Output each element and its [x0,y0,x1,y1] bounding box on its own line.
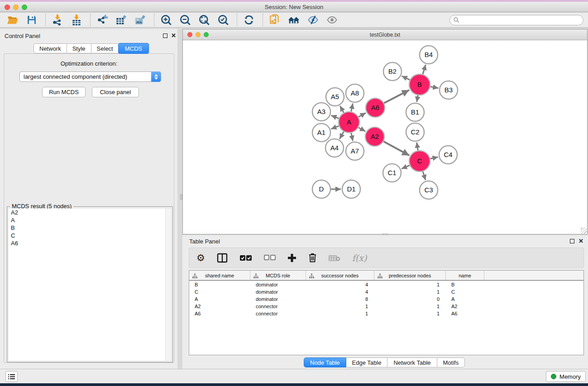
edge-A-A6[interactable] [359,113,366,117]
tab-edge-table[interactable]: Edge Table [346,357,388,367]
scrollbar-track[interactable] [165,209,171,361]
cell-predecessor_nodes[interactable]: 0 [374,295,446,303]
show-hidden-eye-icon[interactable] [325,14,338,26]
edge-A-A7[interactable] [351,133,353,141]
task-history-button[interactable] [5,371,18,382]
tab-select[interactable]: Select [91,43,119,53]
edge-A-A4[interactable] [339,132,344,139]
splitter-handle[interactable] [180,194,182,200]
cell-successor_nodes[interactable]: 8 [306,295,374,303]
edge-A-A2[interactable] [359,128,365,132]
mcds-result-item[interactable]: A6 [9,239,171,247]
cell-mcds_role[interactable]: connector [250,303,306,310]
export-network-icon[interactable] [96,14,109,26]
network-graph[interactable]: B4B2BB3A8A5A6A3B1AC2A1A2A4A7C4CC1DD1C3 [183,40,587,234]
hide-selected-eye-slash-icon[interactable] [306,14,319,26]
cell-name[interactable]: A6 [446,310,484,317]
cell-successor_nodes[interactable]: 4 [306,288,374,295]
mcds-result-item[interactable]: B [9,224,171,232]
delete-column-trash-icon[interactable] [308,253,317,262]
edge-C-C4[interactable] [430,157,438,159]
mcds-result-list[interactable]: A2ABCA6 [9,209,171,361]
tab-motifs[interactable]: Motifs [437,357,465,367]
edge-A-A8[interactable] [351,104,353,112]
edge-B-B3[interactable] [430,86,439,88]
table-row[interactable]: A6connector11A6 [189,310,583,317]
delete-table-icon[interactable] [329,254,340,262]
deselect-all-columns-icon[interactable] [264,255,276,261]
float-panel-icon[interactable] [570,239,574,243]
zoom-fit-icon[interactable] [198,14,210,26]
column-header-successor_nodes[interactable]: successor nodes [306,271,374,280]
cell-predecessor_nodes[interactable]: 1 [374,288,446,295]
cell-successor_nodes[interactable]: 4 [306,281,374,288]
close-panel-icon[interactable]: ✕ [171,32,176,39]
table-row[interactable]: Bdominator41B [189,281,583,288]
mcds-result-item[interactable]: C [9,232,171,239]
cell-successor_nodes[interactable]: 1 [306,303,374,310]
table-row[interactable]: Cdominator41C [189,288,583,295]
tab-mcds[interactable]: MCDS [118,43,149,54]
create-network-from-selection-icon[interactable] [268,14,281,26]
column-header-predecessor_nodes[interactable]: predecessor nodes [374,271,446,280]
edge-B-B1[interactable] [417,95,418,102]
edge-A6-B[interactable] [384,90,409,103]
tab-style[interactable]: Style [67,43,91,53]
zoom-in-icon[interactable] [160,14,172,26]
open-session-icon[interactable] [6,14,19,26]
edge-B-B2[interactable] [402,76,410,80]
table-options-gear-icon[interactable]: ⚙ [196,253,205,262]
edge-A-A5[interactable] [340,106,344,113]
cell-shared_name[interactable]: B [189,281,250,288]
edge-A2-C[interactable] [383,142,409,156]
network-canvas[interactable]: B4B2BB3A8A5A6A3B1AC2A1A2A4A7C4CC1DD1C3 [183,40,587,234]
zoom-selected-icon[interactable] [217,14,229,26]
close-panel-button[interactable]: Close panel [92,87,139,97]
column-header-shared_name[interactable]: shared name [189,271,250,280]
search-input[interactable] [449,15,583,25]
column-header-name[interactable]: name [446,271,484,280]
table-row[interactable]: A2connector11A2 [189,303,583,310]
import-table-icon[interactable] [70,14,83,26]
cell-shared_name[interactable]: C [189,288,250,295]
cell-shared_name[interactable]: A2 [189,303,250,310]
cell-predecessor_nodes[interactable]: 1 [374,281,446,288]
import-network-icon[interactable] [51,14,64,26]
mcds-result-item[interactable]: A [9,216,171,224]
export-image-icon[interactable] [134,14,147,26]
edge-A-A3[interactable] [331,115,339,118]
resize-grip-icon[interactable] [581,228,587,234]
network-window-titlebar[interactable]: testGlobe.txt [183,29,587,40]
cell-mcds_role[interactable]: dominator [250,295,306,303]
cell-predecessor_nodes[interactable]: 1 [374,310,446,317]
select-all-columns-icon[interactable] [239,255,252,261]
cell-mcds_role[interactable]: dominator [250,288,306,295]
edge-A-A1[interactable] [331,126,339,129]
edge-B-B4[interactable] [423,65,425,74]
edge-C-C3[interactable] [423,172,425,180]
cell-successor_nodes[interactable]: 1 [306,310,374,317]
save-session-icon[interactable] [25,14,38,26]
table-body[interactable]: Bdominator41BCdominator41CAdominator80AA… [189,281,583,355]
cell-name[interactable]: A2 [446,303,484,310]
cell-name[interactable]: C [446,288,484,295]
cell-shared_name[interactable]: A [189,295,250,303]
close-panel-icon[interactable]: ✕ [578,238,583,244]
home-icon[interactable] [287,14,300,26]
refresh-icon[interactable] [243,14,255,26]
add-column-plus-icon[interactable] [287,253,296,262]
tab-node-table[interactable]: Node Table [304,357,346,367]
memory-button[interactable]: Memory [546,371,586,382]
export-table-icon[interactable] [115,14,128,26]
cell-mcds_role[interactable]: dominator [250,281,306,288]
show-column-panel-icon[interactable] [217,253,228,263]
zoom-out-icon[interactable] [179,14,191,26]
table-row[interactable]: Adominator80A [189,295,583,303]
run-mcds-button[interactable]: Run MCDS [42,87,86,97]
float-panel-icon[interactable] [163,33,167,38]
cell-shared_name[interactable]: A6 [189,310,250,317]
cell-name[interactable]: B [446,281,484,288]
tab-network-table[interactable]: Network Table [387,357,437,367]
function-builder-icon[interactable]: f(x) [352,253,367,263]
edge-C-C1[interactable] [402,165,410,169]
